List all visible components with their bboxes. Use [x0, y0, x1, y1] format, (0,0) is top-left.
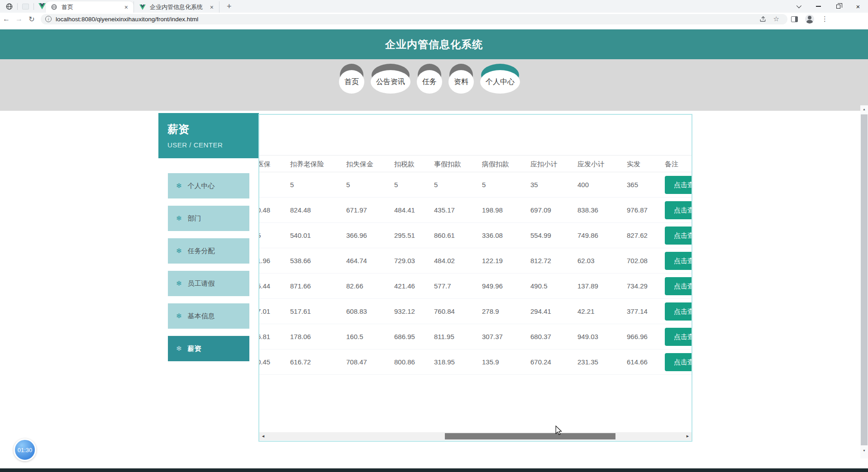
table-cell: 760.84	[434, 299, 482, 324]
view-detail-button[interactable]: 点击查看	[665, 227, 692, 245]
table-cell: 318.95	[434, 349, 482, 375]
forward-icon[interactable]: →	[13, 15, 25, 23]
table-cell	[258, 172, 290, 198]
url-text[interactable]: localhost:8080/qiyeneixinxihauxitong/fro…	[56, 16, 756, 23]
scroll-down-icon[interactable]: ▼	[860, 449, 868, 452]
table-cell: 135.9	[482, 349, 530, 375]
view-detail-button[interactable]: 点击查看	[665, 176, 692, 194]
minimize-button[interactable]	[808, 0, 828, 13]
table-cell: 294.41	[530, 299, 577, 324]
nav-item-个人中心[interactable]: 个人中心	[480, 64, 520, 94]
table-cell: 5	[346, 172, 394, 198]
table-row: 6.81178.06160.5686.95811.95307.37680.379…	[259, 324, 692, 349]
new-tab-button[interactable]: +	[225, 2, 234, 11]
close-button[interactable]: ×	[848, 0, 868, 13]
view-detail-button[interactable]: 点击查看	[665, 353, 692, 371]
table-cell: 812.72	[530, 248, 577, 274]
globe-icon[interactable]	[5, 3, 13, 10]
table-cell: 0.45	[258, 349, 290, 375]
table-cell: 435.17	[434, 198, 482, 223]
scroll-up-icon[interactable]: ▲	[860, 108, 868, 111]
table-cell: 484.02	[434, 248, 482, 274]
view-detail-button[interactable]: 点击查看	[665, 201, 692, 219]
nav-item-公告资讯[interactable]: 公告资讯	[371, 64, 410, 94]
sidebar-item-label: 个人中心	[188, 182, 215, 190]
restore-button[interactable]	[828, 0, 848, 13]
column-header: 备注	[665, 156, 692, 172]
table-cell: 400	[577, 172, 627, 198]
table-cell: 827.62	[627, 223, 665, 248]
snowflake-icon: ❄	[176, 182, 182, 190]
table-cell: 62.03	[577, 248, 627, 274]
table-cell: 137.89	[577, 274, 627, 299]
column-header: 扣养老保险	[290, 156, 346, 172]
table-cell: 5	[434, 172, 482, 198]
nav-item-任务[interactable]: 任务	[417, 64, 442, 94]
side-panel-icon[interactable]	[791, 16, 798, 22]
table-cell: 365	[627, 172, 665, 198]
table-cell: 838.36	[577, 198, 627, 223]
sidebar-item-任务分配[interactable]: ❄任务分配	[168, 238, 249, 264]
table-cell: 178.06	[290, 324, 346, 349]
sidebar-item-员工请假[interactable]: ❄员工请假	[168, 271, 249, 296]
sidebar-item-label: 员工请假	[188, 279, 215, 288]
view-detail-button[interactable]: 点击查看	[665, 277, 692, 295]
reload-icon[interactable]: ↻	[25, 15, 38, 24]
browser-tab-system[interactable]: 企业内管信息化系统 ×	[134, 1, 219, 13]
table-row: 1.96538.66464.74729.03484.02122.19812.72…	[259, 248, 692, 274]
tab-close-icon[interactable]: ×	[124, 4, 129, 11]
table-cell: 231.35	[577, 349, 627, 375]
table-cell-action: 点击查看	[665, 349, 692, 375]
profile-avatar[interactable]	[805, 14, 814, 24]
bookmark-star-icon[interactable]: ☆	[773, 15, 779, 23]
column-header: 扣失保金	[346, 156, 394, 172]
share-icon[interactable]	[759, 16, 766, 22]
timer-bubble[interactable]: 01:30	[14, 439, 36, 461]
bottom-edge-bar	[0, 468, 868, 472]
sidebar-title: 薪资	[167, 122, 259, 137]
nav-item-label: 首页	[339, 70, 364, 94]
scroll-right-icon[interactable]: ▶	[684, 432, 692, 440]
view-detail-button[interactable]: 点击查看	[665, 252, 692, 270]
table-cell: 366.96	[346, 223, 394, 248]
site-info-icon[interactable]: i	[45, 16, 52, 22]
table-row: 5555535400365点击查看	[259, 172, 692, 198]
table-cell-action: 点击查看	[665, 299, 692, 324]
url-input[interactable]: i localhost:8080/qiyeneixinxihauxitong/f…	[41, 14, 787, 24]
vertical-scrollbar[interactable]: ▲ ▼	[860, 105, 868, 458]
nav-item-首页[interactable]: 首页	[339, 64, 364, 94]
view-detail-button[interactable]: 点击查看	[665, 328, 692, 346]
sidebar-item-基本信息[interactable]: ❄基本信息	[168, 303, 249, 329]
sidebar-item-个人中心[interactable]: ❄个人中心	[168, 173, 249, 198]
sidebar-item-部门[interactable]: ❄部门	[168, 206, 249, 231]
tab-strip: 首页 × 企业内管信息化系统 × + ×	[0, 0, 868, 13]
column-header: 实发	[627, 156, 665, 172]
table-cell: 932.12	[394, 299, 434, 324]
browser-tab-home[interactable]: 首页 ×	[46, 1, 134, 13]
tab-search-chevron-icon[interactable]	[788, 0, 808, 13]
table-cell: 616.72	[290, 349, 346, 375]
table-cell: 540.01	[290, 223, 346, 248]
kebab-menu-icon[interactable]: ⋮	[821, 15, 828, 23]
sidebar-item-薪资[interactable]: ❄薪资	[168, 336, 249, 361]
view-detail-button[interactable]: 点击查看	[665, 302, 692, 321]
horizontal-scrollbar-thumb[interactable]	[445, 433, 615, 439]
scroll-left-icon[interactable]: ◀	[259, 432, 267, 440]
column-header: 应扣小计	[530, 156, 577, 172]
table-cell: 122.19	[482, 248, 530, 274]
table-cell: 800.86	[394, 349, 434, 375]
table-cell: 538.66	[290, 248, 346, 274]
vertical-scrollbar-thumb[interactable]	[861, 114, 868, 445]
sidebar-header: 薪资 USER / CENTER	[158, 113, 259, 158]
table-cell: 42.21	[577, 299, 627, 324]
site-header: 企业内管信息化系统	[0, 29, 868, 59]
vue-logo-icon[interactable]	[38, 3, 46, 10]
tab-close-icon[interactable]: ×	[209, 4, 215, 11]
nav-item-资料[interactable]: 资料	[448, 64, 474, 94]
table-cell: 702.08	[627, 248, 665, 274]
horizontal-scrollbar[interactable]: ◀ ▶	[259, 432, 692, 440]
back-icon[interactable]: ←	[0, 15, 13, 23]
window-controls: ×	[788, 0, 868, 13]
blank-page-icon[interactable]	[22, 3, 29, 10]
table-cell: 966.96	[627, 324, 665, 349]
